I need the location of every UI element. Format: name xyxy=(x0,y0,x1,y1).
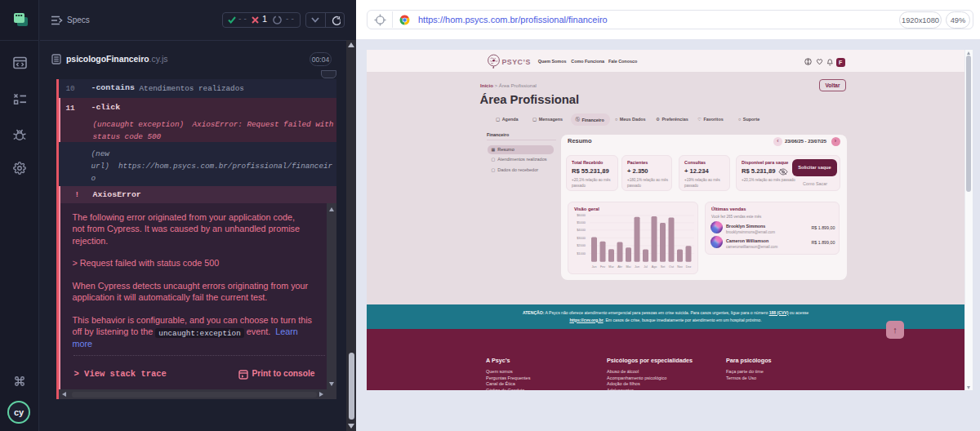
svg-text:Jan: Jan xyxy=(592,265,597,269)
svg-text:Out: Out xyxy=(669,265,674,269)
svg-text:$1000: $1000 xyxy=(577,251,586,255)
svg-text:$3000: $3000 xyxy=(577,236,586,240)
svg-text:Dez: Dez xyxy=(686,265,692,269)
svg-text:Mar: Mar xyxy=(608,265,614,269)
svg-text:$6000: $6000 xyxy=(577,213,586,217)
svg-text:$4000: $4000 xyxy=(577,228,586,232)
svg-text:Fev: Fev xyxy=(600,265,605,269)
svg-text:Abr: Abr xyxy=(617,265,623,269)
svg-text:Jul: Jul xyxy=(644,265,648,269)
svg-text:$5000: $5000 xyxy=(577,220,586,224)
svg-text:Jun: Jun xyxy=(635,265,639,269)
svg-text:Mai: Mai xyxy=(626,265,631,269)
svg-text:Set: Set xyxy=(661,265,666,269)
svg-text:$2000: $2000 xyxy=(577,243,586,247)
svg-text:Ago: Ago xyxy=(652,265,657,269)
svg-text:Nov: Nov xyxy=(677,265,683,269)
